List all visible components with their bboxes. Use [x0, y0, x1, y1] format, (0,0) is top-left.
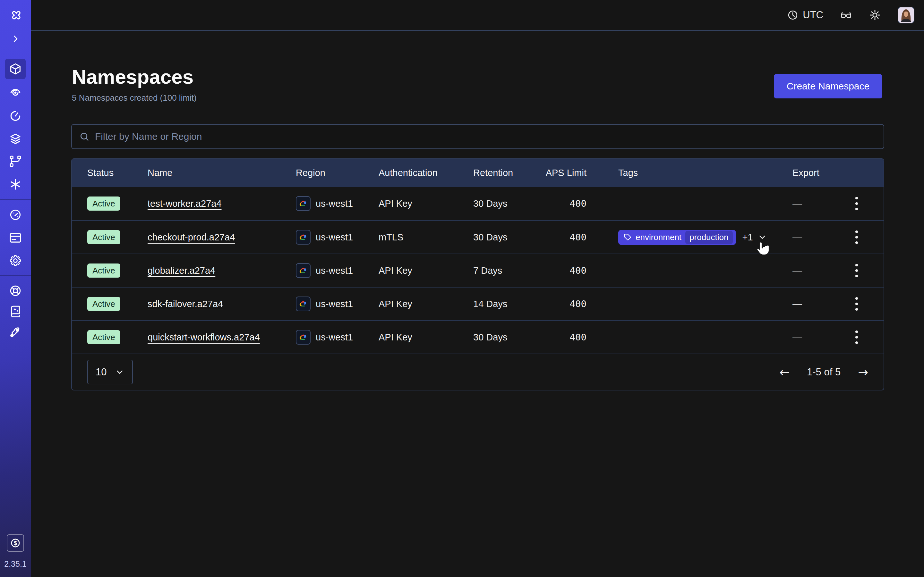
- region-label: us-west1: [316, 332, 353, 343]
- region-label: us-west1: [316, 198, 353, 209]
- retention-label: 30 Days: [473, 198, 544, 209]
- page-subtitle: 5 Namespaces created (100 limit): [72, 93, 197, 103]
- settings-gear-icon: [9, 254, 22, 268]
- temporal-logo-icon[interactable]: [0, 6, 31, 26]
- sidebar-expand-chevron-icon[interactable]: [0, 29, 31, 49]
- nexus-branch-icon: [9, 155, 22, 168]
- status-badge: Active: [87, 230, 120, 244]
- docs-book-icon: [9, 305, 22, 318]
- schedules-timer-icon: [9, 109, 22, 122]
- column-header-status: Status: [87, 168, 148, 178]
- sidebar-divider: [0, 276, 31, 276]
- search-icon: [79, 131, 90, 142]
- topbar: UTC: [31, 0, 924, 31]
- export-value: —: [792, 298, 802, 309]
- row-actions-menu[interactable]: [850, 261, 863, 279]
- gcp-cloud-icon: [296, 263, 310, 278]
- chevron-down-icon: [115, 367, 124, 377]
- namespace-link[interactable]: globalizer.a27a4: [148, 266, 215, 276]
- sidebar-item-settings[interactable]: [0, 250, 31, 271]
- rocket-icon: [9, 326, 22, 339]
- aps-value: 400: [570, 265, 586, 276]
- table-footer: 10 ← 1-5 of 5 →: [72, 354, 884, 390]
- retention-label: 7 Days: [473, 266, 544, 276]
- namespace-link[interactable]: quickstart-workflows.a27a4: [148, 332, 260, 342]
- tags-more-toggle[interactable]: +1: [742, 232, 767, 243]
- row-actions-menu[interactable]: [850, 228, 863, 246]
- sidebar-item-support[interactable]: [0, 280, 31, 301]
- page-size-select[interactable]: 10: [87, 359, 133, 384]
- column-header-tags: Tags: [586, 168, 792, 178]
- status-badge: Active: [87, 263, 120, 277]
- sidebar-item-namespaces[interactable]: [0, 59, 31, 79]
- namespace-link[interactable]: sdk-failover.a27a4: [148, 299, 223, 309]
- glasses-icon: [840, 9, 852, 21]
- table-row: Active quickstart-workflows.a27a4 us-wes…: [72, 320, 884, 354]
- next-page-button[interactable]: →: [858, 365, 868, 379]
- retention-label: 30 Days: [473, 232, 544, 243]
- export-value: —: [792, 198, 802, 209]
- row-actions-menu[interactable]: [850, 328, 863, 346]
- namespace-link[interactable]: test-worker.a27a4: [148, 198, 222, 209]
- auth-label: mTLS: [379, 232, 473, 243]
- retention-label: 14 Days: [473, 299, 544, 309]
- namespaces-cube-icon: [5, 59, 26, 79]
- namespace-link[interactable]: checkout-prod.a27a4: [148, 232, 235, 242]
- aps-value: 400: [570, 232, 586, 243]
- usage-gauge-icon: [9, 208, 22, 221]
- retention-label: 30 Days: [473, 332, 544, 343]
- auth-label: API Key: [379, 299, 473, 309]
- pager: ← 1-5 of 5 →: [779, 365, 868, 379]
- timezone-selector[interactable]: UTC: [787, 9, 823, 21]
- row-actions-menu[interactable]: [850, 195, 863, 213]
- page-range-label: 1-5 of 5: [807, 366, 841, 378]
- tag-key-label: environment: [636, 232, 682, 242]
- region-label: us-west1: [316, 232, 353, 243]
- auth-label: API Key: [379, 266, 473, 276]
- filter-bar: [71, 124, 884, 149]
- sidebar-divider: [0, 199, 31, 200]
- chevron-down-icon: [758, 232, 767, 242]
- sidebar-item-docs[interactable]: [0, 301, 31, 322]
- table-row: Active test-worker.a27a4 us-west1 API Ke…: [72, 187, 884, 220]
- sidebar-item-schedules[interactable]: [0, 105, 31, 126]
- avatar-photo: [898, 7, 914, 23]
- page-size-value: 10: [95, 366, 107, 378]
- tag-chip[interactable]: environment production: [618, 230, 736, 245]
- deployments-layers-icon: [9, 132, 22, 145]
- sidebar: $ 2.35.1: [0, 0, 31, 577]
- sidebar-item-nexus[interactable]: [0, 151, 31, 171]
- table-row: Active sdk-failover.a27a4 us-west1 API K…: [72, 287, 884, 320]
- tag-icon: [624, 233, 632, 242]
- sidebar-item-workflows[interactable]: [0, 82, 31, 102]
- support-lifering-icon: [9, 284, 22, 298]
- page-title: Namespaces: [72, 65, 194, 88]
- column-header-retention: Retention: [473, 168, 544, 178]
- theme-toggle[interactable]: [869, 9, 881, 21]
- row-actions-menu[interactable]: [850, 295, 863, 313]
- previous-page-button[interactable]: ←: [779, 365, 790, 379]
- region-label: us-west1: [316, 299, 353, 309]
- user-avatar[interactable]: [898, 7, 914, 23]
- sidebar-item-billing[interactable]: [0, 227, 31, 248]
- export-value: —: [792, 232, 802, 243]
- table-row: Active checkout-prod.a27a4 us-west1 mTLS…: [72, 220, 884, 253]
- labs-toggle[interactable]: [840, 9, 852, 21]
- sidebar-item-usage[interactable]: [0, 205, 31, 225]
- billing-browser-icon: [9, 231, 22, 245]
- export-value: —: [792, 332, 802, 343]
- column-header-authentication: Authentication: [379, 168, 473, 178]
- column-header-export: Export: [792, 168, 868, 178]
- gcp-cloud-icon: [296, 196, 310, 211]
- status-badge: Active: [87, 297, 120, 311]
- gcp-cloud-icon: [296, 297, 310, 311]
- namespaces-table: Status Name Region Authentication Retent…: [71, 158, 884, 390]
- sidebar-item-batch[interactable]: [0, 174, 31, 195]
- filter-input[interactable]: [95, 131, 877, 142]
- sidebar-item-getting-started[interactable]: [0, 322, 31, 342]
- sidebar-item-deployments[interactable]: [0, 128, 31, 149]
- credits-button[interactable]: $: [7, 534, 24, 552]
- column-header-aps-limit: APS Limit: [546, 168, 586, 178]
- create-namespace-button[interactable]: Create Namespace: [774, 74, 882, 98]
- column-header-region: Region: [296, 168, 379, 178]
